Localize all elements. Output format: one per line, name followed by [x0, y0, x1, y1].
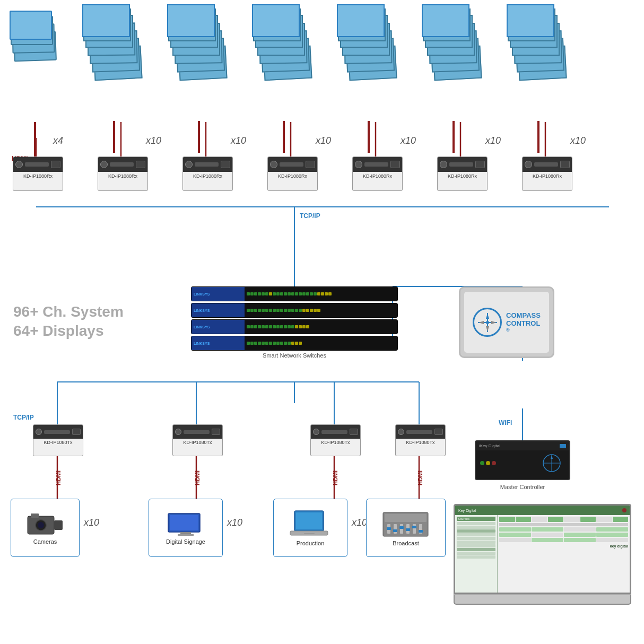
switch-label: Smart Network Switches — [191, 352, 398, 359]
monitor-group-7 — [507, 4, 570, 153]
rx-box-5: KD-IP1080Rx — [352, 156, 403, 191]
svg-point-26 — [38, 522, 44, 528]
monitor-group-2 — [82, 4, 146, 153]
rx-box-7: KD-IP1080Rx — [522, 156, 572, 191]
monitor-group-5 — [337, 4, 401, 153]
source-cameras: Cameras — [11, 499, 80, 557]
svg-rect-38 — [385, 514, 427, 522]
tcpip-label-bottom: TCP/IP — [13, 414, 34, 421]
svg-marker-55 — [478, 321, 484, 324]
tx-box-1: KD-IP1080Tx — [33, 424, 83, 456]
mult-x10-4: x10 — [316, 135, 331, 146]
source-production: Production — [273, 499, 347, 557]
mult-x10-5: x10 — [401, 135, 416, 146]
master-controller: iKey Digital — [475, 440, 570, 480]
mult-x10-2: x10 — [146, 135, 161, 146]
svg-point-57 — [486, 321, 489, 324]
svg-rect-46 — [393, 529, 397, 532]
monitor-group-3 — [167, 4, 231, 153]
svg-rect-30 — [170, 515, 198, 530]
svg-rect-28 — [31, 514, 39, 518]
monitor-group-6 — [422, 4, 485, 153]
camera-icon — [27, 511, 64, 537]
source-digital-signage: Digital Signage — [149, 499, 223, 557]
monitor-group-1 — [10, 11, 60, 159]
rx-box-2: KD-IP1080Rx — [98, 156, 148, 191]
svg-rect-27 — [54, 520, 63, 530]
mult-signage: x10 — [227, 517, 242, 528]
mult-x10-3: x10 — [231, 135, 246, 146]
hdmi-vert-2: HDMI — [194, 471, 201, 485]
svg-rect-47 — [399, 526, 404, 529]
master-controller-label: Master Controller — [475, 484, 570, 490]
svg-rect-34 — [296, 512, 322, 529]
compass-logo-icon — [477, 312, 498, 333]
rx-box-3: KD-IP1080Rx — [182, 156, 233, 191]
rx-box-6: KD-IP1080Rx — [437, 156, 488, 191]
mult-x10-6: x10 — [485, 135, 501, 146]
svg-rect-49 — [412, 526, 416, 528]
hdmi-vert-1: HDMI — [55, 471, 62, 485]
mult-cameras: x10 — [84, 517, 99, 528]
svg-rect-50 — [419, 530, 423, 533]
svg-rect-32 — [178, 534, 194, 536]
diagram: x4 x10 x10 x10 x10 x10 x10 HDMI KD-IP108… — [0, 0, 644, 644]
tx-box-4: KD-IP1080Tx — [395, 424, 446, 456]
system-info: 96+ Ch. System 64+ Displays — [13, 302, 124, 341]
mult-x10-7: x10 — [570, 135, 586, 146]
rx-box-4: KD-IP1080Rx — [267, 156, 318, 191]
svg-marker-61 — [551, 455, 553, 459]
svg-rect-45 — [387, 527, 391, 530]
svg-rect-48 — [406, 528, 410, 531]
compass-tablet: COMPASS CONTROL ® — [459, 286, 554, 358]
network-switches: LINKSYS LINKSYS LINKSYS — [191, 286, 398, 359]
tcpip-label-top: TCP/IP — [300, 212, 320, 220]
hdmi-vert-3: HDMI — [332, 471, 338, 485]
laptop-display: Key Digital Sources — [454, 504, 631, 610]
tx-box-2: KD-IP1080Tx — [172, 424, 223, 456]
wifi-label: WiFi — [499, 419, 512, 427]
monitor-group-4 — [252, 4, 316, 153]
controller-logo — [538, 452, 565, 474]
svg-marker-53 — [486, 314, 489, 319]
laptop-icon — [289, 510, 332, 539]
svg-rect-43 — [413, 524, 416, 534]
source-broadcast: Broadcast — [366, 499, 446, 557]
mult-production: x10 — [352, 517, 367, 528]
svg-rect-40 — [394, 524, 397, 534]
mult-x4: x4 — [53, 135, 63, 146]
signage-icon — [167, 511, 204, 537]
svg-rect-36 — [304, 533, 315, 534]
hdmi-vert-4: HDMI — [417, 471, 423, 485]
svg-marker-54 — [486, 326, 489, 332]
broadcast-icon — [382, 510, 430, 539]
svg-marker-56 — [491, 321, 497, 324]
tx-box-3: KD-IP1080Tx — [310, 424, 361, 456]
rx-box-1: KD-IP1080Rx — [13, 156, 63, 191]
